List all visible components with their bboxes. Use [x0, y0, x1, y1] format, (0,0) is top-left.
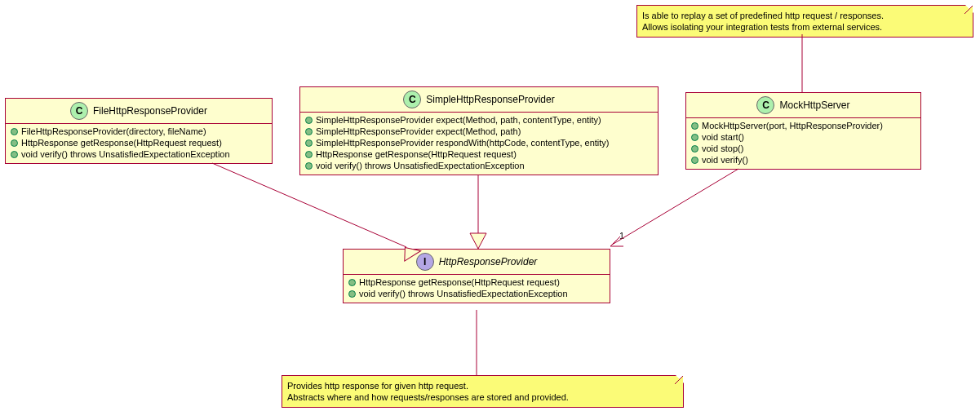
class-members: HttpResponse getResponse(HttpRequest req…	[344, 275, 610, 303]
visibility-public-icon	[305, 139, 313, 147]
cardinality-label: 1	[619, 231, 624, 241]
visibility-public-icon	[691, 134, 698, 141]
member: void start()	[691, 131, 916, 143]
member: FileHttpResponseProvider(directory, file…	[11, 126, 267, 137]
member: void stop()	[691, 143, 916, 154]
class-members: SimpleHttpResponseProvider expect(Method…	[300, 113, 658, 175]
note-line: Is able to replay a set of predefined ht…	[642, 10, 964, 21]
visibility-public-icon	[691, 145, 698, 152]
member: void verify() throws UnsatisfiedExpectat…	[305, 160, 653, 171]
visibility-public-icon	[691, 122, 698, 130]
class-header: C MockHttpServer	[686, 93, 920, 118]
note-line: Provides http response for given http re…	[287, 380, 675, 391]
connectors	[0, 0, 980, 411]
visibility-public-icon	[11, 139, 18, 147]
class-header: C SimpleHttpResponseProvider	[300, 87, 658, 113]
class-members: MockHttpServer(port, HttpResponseProvide…	[686, 118, 920, 169]
visibility-public-icon	[305, 151, 313, 158]
class-name: FileHttpResponseProvider	[93, 105, 207, 117]
class-mock-http-server: C MockHttpServer MockHttpServer(port, Ht…	[685, 92, 921, 170]
visibility-public-icon	[348, 279, 356, 286]
svg-line-6	[612, 169, 738, 245]
class-header: C FileHttpResponseProvider	[6, 99, 272, 124]
class-header: I HttpResponseProvider	[344, 250, 610, 275]
member: SimpleHttpResponseProvider respondWith(h…	[305, 137, 653, 148]
note-line: Allows isolating your integration tests …	[642, 21, 964, 33]
visibility-public-icon	[305, 128, 313, 135]
member: HttpResponse getResponse(HttpRequest req…	[305, 148, 653, 160]
member: SimpleHttpResponseProvider expect(Method…	[305, 114, 653, 126]
member: HttpResponse getResponse(HttpRequest req…	[11, 137, 267, 148]
svg-marker-5	[470, 233, 486, 249]
class-name: HttpResponseProvider	[439, 256, 538, 267]
class-stereotype-icon: C	[403, 91, 421, 108]
member: MockHttpServer(port, HttpResponseProvide…	[691, 120, 916, 131]
note-line: Abstracts where and how requests/respons…	[287, 391, 675, 403]
class-stereotype-icon: C	[70, 102, 88, 120]
member: void verify()	[691, 154, 916, 166]
member: void verify() throws UnsatisfiedExpectat…	[11, 148, 267, 160]
visibility-public-icon	[11, 128, 18, 135]
interface-http-response-provider: I HttpResponseProvider HttpResponse getR…	[343, 249, 610, 303]
note-mock-server: Is able to replay a set of predefined ht…	[636, 5, 973, 38]
interface-stereotype-icon: I	[416, 253, 434, 271]
member: void verify() throws UnsatisfiedExpectat…	[348, 288, 605, 299]
visibility-public-icon	[305, 117, 313, 124]
visibility-public-icon	[691, 157, 698, 164]
visibility-public-icon	[11, 151, 18, 158]
class-file-http-response-provider: C FileHttpResponseProvider FileHttpRespo…	[5, 98, 273, 164]
member: HttpResponse getResponse(HttpRequest req…	[348, 276, 605, 288]
svg-line-2	[212, 163, 406, 247]
visibility-public-icon	[348, 290, 356, 298]
class-members: FileHttpResponseProvider(directory, file…	[6, 124, 272, 163]
class-name: MockHttpServer	[779, 99, 849, 111]
note-http-response-provider: Provides http response for given http re…	[282, 375, 684, 408]
member: SimpleHttpResponseProvider expect(Method…	[305, 126, 653, 137]
visibility-public-icon	[305, 162, 313, 170]
class-name: SimpleHttpResponseProvider	[426, 94, 554, 105]
class-simple-http-response-provider: C SimpleHttpResponseProvider SimpleHttpR…	[299, 86, 659, 175]
class-stereotype-icon: C	[756, 96, 774, 114]
